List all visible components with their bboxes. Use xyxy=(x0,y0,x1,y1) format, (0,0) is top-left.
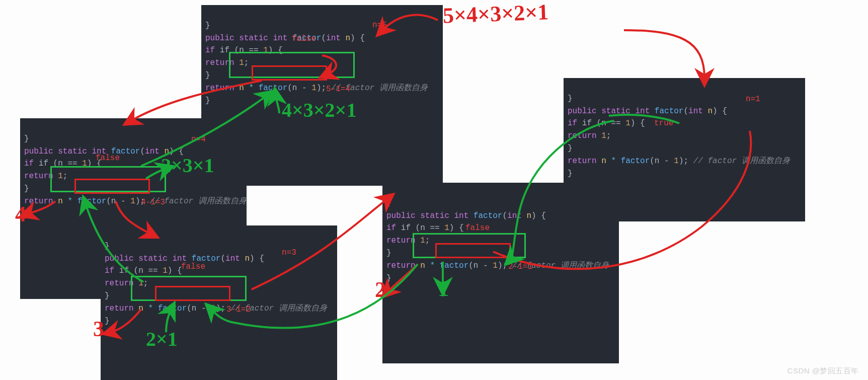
code-block-n3: } public static int factor(int n) { if i… xyxy=(101,225,337,380)
red-highlight xyxy=(252,65,327,81)
code-block-n1: } public static int factor(int n) { if i… xyxy=(564,78,805,221)
sub-label: 5-1=4 xyxy=(326,83,350,96)
green-highlight xyxy=(131,276,247,301)
cond-label: false xyxy=(181,261,205,273)
sub-label: 2-1=1 xyxy=(508,261,532,273)
cond-label: false xyxy=(96,152,120,165)
cond-label: false xyxy=(292,33,316,45)
sub-label: 4-1=3 xyxy=(141,196,165,209)
red-highlight xyxy=(74,179,150,194)
n-label: n=4 xyxy=(191,133,206,146)
red-highlight xyxy=(435,243,511,258)
hand-product-5: 5×4×3×2×1 xyxy=(442,0,549,29)
n-label: n=3 xyxy=(282,247,296,259)
cond-label: false xyxy=(465,222,490,235)
green-highlight xyxy=(50,166,166,192)
sub-label: 3-1=2 xyxy=(226,303,251,316)
cond-label: true xyxy=(654,117,673,130)
red-highlight xyxy=(155,286,230,301)
diagram-canvas: } public static int factor(int n) { if i… xyxy=(0,0,868,380)
n-label: n=1 xyxy=(746,93,760,106)
n-label: n=5 xyxy=(372,19,387,32)
watermark: CSDN @梦回五百年 xyxy=(787,366,859,376)
